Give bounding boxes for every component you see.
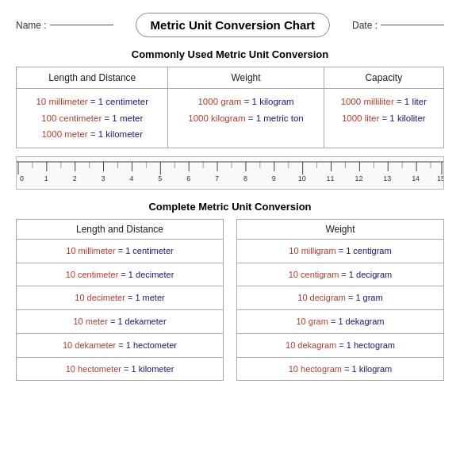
common-section-title: Commonly Used Metric Unit Conversion bbox=[16, 48, 444, 60]
ruler-svg: 0 1 2 3 4 5 6 7 8 9 bbox=[17, 160, 443, 189]
complete-length-row-1: 10 millimeter = 1 centimeter bbox=[17, 240, 224, 263]
table-row: 10 centigram = 1 decigram bbox=[237, 263, 444, 286]
svg-text:3: 3 bbox=[102, 175, 105, 182]
col-weight: Weight bbox=[168, 67, 324, 89]
name-underline bbox=[50, 25, 113, 25]
complete-weight-row-1: 10 milligram = 1 centigram bbox=[237, 240, 444, 263]
length-row-2: 100 centimeter = 1 meter bbox=[23, 110, 161, 127]
table-row: 10 centimeter = 1 decimeter bbox=[17, 263, 224, 286]
capacity-row-1: 1000 milliliter = 1 liter bbox=[331, 94, 437, 110]
complete-weight-row-5: 10 dekagram = 1 hectogram bbox=[237, 333, 444, 357]
table-row: 10 meter = 1 dekameter bbox=[17, 310, 224, 334]
common-table: Length and Distance Weight Capacity 10 m… bbox=[16, 67, 444, 148]
svg-text:7: 7 bbox=[215, 175, 219, 182]
col-length: Length and Distance bbox=[17, 67, 168, 89]
complete-weight-row-3: 10 decigram = 1 gram bbox=[237, 286, 444, 310]
weight-cell: 1000 gram = 1 kilogram 1000 kilogram = 1… bbox=[168, 89, 324, 148]
svg-text:0: 0 bbox=[20, 175, 24, 182]
complete-section-title: Complete Metric Unit Conversion bbox=[16, 201, 444, 213]
date-underline bbox=[381, 25, 444, 25]
complete-weight-row-6: 10 hectogram = 1 kilogram bbox=[237, 357, 444, 381]
length-cell: 10 millimeter = 1 centimeter 100 centime… bbox=[17, 89, 168, 148]
capacity-row-2: 1000 liter = 1 kiloliter bbox=[331, 110, 437, 127]
svg-text:2: 2 bbox=[73, 175, 77, 182]
svg-text:11: 11 bbox=[327, 175, 335, 182]
svg-text:14: 14 bbox=[412, 175, 420, 182]
table-row: 10 hectometer = 1 kilometer bbox=[17, 357, 224, 381]
table-row: 10 hectogram = 1 kilogram bbox=[237, 357, 444, 381]
table-row: 10 dekameter = 1 hectometer bbox=[17, 333, 224, 357]
complete-weight-col: Weight bbox=[237, 220, 444, 240]
length-row-3: 1000 meter = 1 kilometer bbox=[23, 126, 161, 143]
complete-length-table: Length and Distance 10 millimeter = 1 ce… bbox=[16, 219, 224, 381]
name-field: Name : bbox=[16, 20, 113, 31]
svg-text:10: 10 bbox=[298, 175, 306, 182]
svg-text:5: 5 bbox=[158, 175, 162, 182]
svg-text:4: 4 bbox=[129, 175, 133, 182]
date-label: Date : bbox=[352, 20, 378, 31]
complete-weight-row-4: 10 gram = 1 dekagram bbox=[237, 310, 444, 334]
capacity-cell: 1000 milliliter = 1 liter 1000 liter = 1… bbox=[324, 89, 443, 148]
complete-weight-table: Weight 10 milligram = 1 centigram 10 cen… bbox=[236, 219, 444, 381]
table-row: 10 decigram = 1 gram bbox=[237, 286, 444, 310]
svg-text:15: 15 bbox=[437, 175, 443, 182]
complete-weight-row-2: 10 centigram = 1 decigram bbox=[237, 263, 444, 286]
complete-length-col: Length and Distance bbox=[17, 220, 224, 240]
name-label: Name : bbox=[16, 20, 47, 31]
table-row: 10 millimeter = 1 centimeter bbox=[17, 240, 224, 263]
svg-text:9: 9 bbox=[272, 175, 276, 182]
table-row: 10 dekagram = 1 hectogram bbox=[237, 333, 444, 357]
svg-text:8: 8 bbox=[243, 175, 247, 182]
svg-text:6: 6 bbox=[186, 175, 190, 182]
svg-text:1: 1 bbox=[44, 175, 48, 182]
svg-rect-0 bbox=[17, 160, 443, 189]
complete-length-row-6: 10 hectometer = 1 kilometer bbox=[17, 357, 224, 381]
table-row: 10 gram = 1 dekagram bbox=[237, 310, 444, 334]
ruler: 0 1 2 3 4 5 6 7 8 9 bbox=[16, 156, 444, 190]
table-row: 10 millimeter = 1 centimeter 100 centime… bbox=[17, 89, 444, 148]
complete-length-row-5: 10 dekameter = 1 hectometer bbox=[17, 333, 224, 357]
col-capacity: Capacity bbox=[324, 67, 443, 89]
date-field: Date : bbox=[352, 20, 444, 31]
complete-length-row-4: 10 meter = 1 dekameter bbox=[17, 310, 224, 334]
complete-length-row-2: 10 centimeter = 1 decimeter bbox=[17, 263, 224, 286]
complete-length-row-3: 10 decimeter = 1 meter bbox=[17, 286, 224, 310]
svg-text:13: 13 bbox=[383, 175, 391, 182]
table-row: 10 milligram = 1 centigram bbox=[237, 240, 444, 263]
weight-row-2: 1000 kilogram = 1 metric ton bbox=[174, 110, 316, 127]
svg-text:12: 12 bbox=[355, 175, 362, 182]
page-title: Metric Unit Conversion Chart bbox=[136, 13, 331, 37]
length-row-1: 10 millimeter = 1 centimeter bbox=[23, 94, 161, 110]
page-header: Name : Metric Unit Conversion Chart Date… bbox=[16, 13, 444, 37]
table-row: 10 decimeter = 1 meter bbox=[17, 286, 224, 310]
weight-row-1: 1000 gram = 1 kilogram bbox=[174, 94, 316, 110]
complete-section: Length and Distance 10 millimeter = 1 ce… bbox=[16, 219, 444, 381]
